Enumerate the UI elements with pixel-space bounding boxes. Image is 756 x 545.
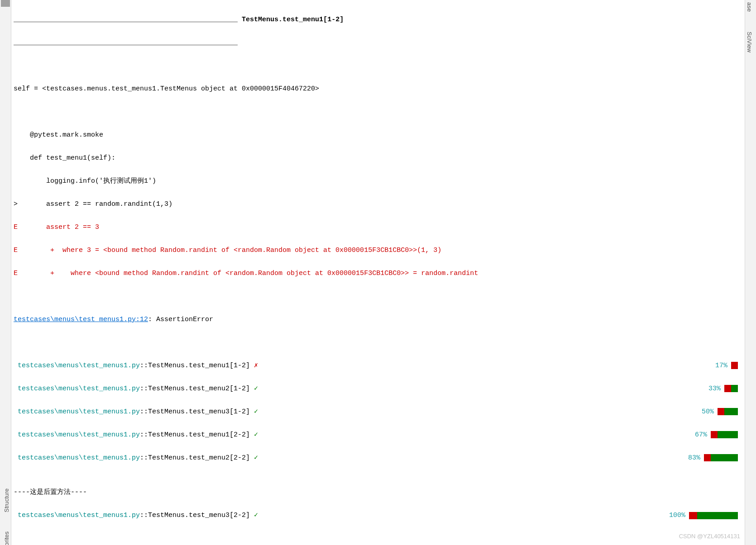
gutter-tab <box>1 0 10 7</box>
progress-bar <box>704 454 738 461</box>
database-tool-label[interactable]: ase <box>744 2 754 12</box>
sciview-tool-label[interactable]: SciView <box>744 32 754 52</box>
progress-percent: 67% <box>695 429 707 441</box>
teardown-msg: ----这是后置方法---- <box>14 487 742 498</box>
test-result-row: testcases\menus\test_menus1.py::TestMenu… <box>14 429 742 441</box>
left-gutter: Structure orites <box>0 0 11 545</box>
test-file-path[interactable]: testcases\menus\test_menus1.py <box>14 454 140 462</box>
test-result-row: testcases\menus\test_menus1.py::TestMenu… <box>14 452 742 464</box>
pass-icon: ✓ <box>254 408 258 416</box>
console-output[interactable]: ________________________________________… <box>14 2 742 545</box>
progress-percent: 100% <box>669 510 685 521</box>
favorites-tool-label[interactable]: orites <box>2 531 12 545</box>
pass-icon: ✓ <box>254 512 258 519</box>
test-name: ::TestMenus.test_menu1[1-2] <box>140 362 254 370</box>
test-name: ::TestMenus.test_menu3[1-2] <box>140 408 254 416</box>
error-line: E assert 2 == 3 <box>14 222 742 233</box>
trace-log: logging.info('执行测试用例1') <box>14 175 742 187</box>
test-result-row: testcases\menus\test_menus1.py::TestMenu… <box>14 406 742 418</box>
test-name: ::TestMenus.test_menu1[2-2] <box>140 431 254 439</box>
progress-bar <box>718 408 738 415</box>
pass-icon: ✓ <box>254 431 258 439</box>
trace-self: self = <testcases.menus.test_menus1.Test… <box>14 83 742 95</box>
separator-line: ________________________________________… <box>14 14 742 26</box>
file-link[interactable]: testcases\menus\test_menus1.py:12 <box>14 316 148 323</box>
progress-bar <box>689 512 738 519</box>
separator-line: ________________________________________… <box>14 37 742 49</box>
test-result-row: testcases\menus\test_menus1.py::TestMenu… <box>14 383 742 395</box>
test-file-path[interactable]: testcases\menus\test_menus1.py <box>14 362 140 370</box>
test-result-row: testcases\menus\test_menus1.py::TestMenu… <box>14 360 742 372</box>
test-file-path[interactable]: testcases\menus\test_menus1.py <box>14 431 140 439</box>
right-gutter: ase SciView <box>745 0 756 545</box>
trace-def: def test_menu1(self): <box>14 152 742 164</box>
progress-percent: 33% <box>708 383 721 395</box>
progress-percent: 50% <box>702 406 714 418</box>
test-name: ::TestMenus.test_menu3[2-2] <box>140 512 254 519</box>
test-result-row: testcases\menus\test_menus1.py::TestMenu… <box>14 510 742 521</box>
error-line: E + where 3 = <bound method Random.randi… <box>14 245 742 256</box>
trace-assert: > assert 2 == random.randint(1,3) <box>14 199 742 210</box>
pass-icon: ✓ <box>254 454 258 462</box>
trace-decorator: @pytest.mark.smoke <box>14 129 742 141</box>
test-file-path[interactable]: testcases\menus\test_menus1.py <box>14 512 140 519</box>
file-location: testcases\menus\test_menus1.py:12: Asser… <box>14 314 742 326</box>
fail-icon: ✗ <box>254 362 258 370</box>
progress-bar <box>724 385 738 392</box>
test-file-path[interactable]: testcases\menus\test_menus1.py <box>14 385 140 393</box>
pass-icon: ✓ <box>254 385 258 393</box>
error-line: E + where <bound method Random.randint o… <box>14 268 742 280</box>
watermark: CSDN @YZL40514131 <box>679 531 740 541</box>
progress-percent: 17% <box>715 360 727 372</box>
test-name: ::TestMenus.test_menu2[1-2] <box>140 385 254 393</box>
progress-bar <box>711 431 738 438</box>
test-file-path[interactable]: testcases\menus\test_menus1.py <box>14 408 140 416</box>
progress-percent: 83% <box>688 452 700 464</box>
progress-bar <box>731 362 738 369</box>
test-name: ::TestMenus.test_menu2[2-2] <box>140 454 254 462</box>
structure-tool-label[interactable]: Structure <box>2 488 12 512</box>
